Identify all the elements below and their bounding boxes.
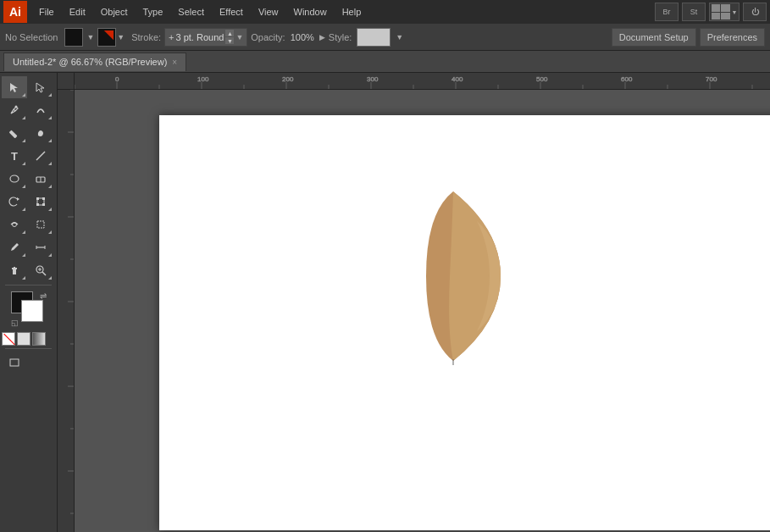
document-setup-button[interactable]: Document Setup [612,28,696,47]
none-swatch[interactable] [2,332,15,346]
ruler-left-svg [58,90,75,532]
svg-point-3 [10,175,19,182]
stroke-stepper[interactable]: ▲ ▼ [225,30,234,44]
menu-select[interactable]: Select [171,1,211,23]
tab-title: Untitled-2* @ 66.67% (RGB/Preview) [13,57,167,67]
menu-effect[interactable]: Effect [213,1,250,23]
document-tab[interactable]: Untitled-2* @ 66.67% (RGB/Preview) × [3,53,186,71]
stroke-decrement-btn[interactable]: ▼ [225,37,234,44]
left-toolbar: T [0,73,58,532]
menu-object[interactable]: Object [94,1,135,23]
screen-mode-button[interactable] [2,352,27,374]
tool-row-bottom [2,352,55,374]
hand-tool-button[interactable] [2,259,27,281]
stroke-color-box[interactable] [97,28,116,47]
svg-point-0 [15,106,18,108]
svg-rect-1 [9,130,18,138]
white-canvas [159,115,770,530]
style-dropdown-arrow[interactable]: ▼ [396,33,403,42]
toolbar-divider-2 [5,348,52,349]
gradient-swatch[interactable] [32,332,46,346]
selection-tool-button[interactable] [2,76,27,98]
svg-rect-22 [75,73,770,89]
grid-icon [712,4,730,19]
svg-text:300: 300 [367,75,379,83]
main-layout: T [0,73,770,532]
preferences-button[interactable]: Preferences [700,28,765,47]
eyedropper-tool-button[interactable] [2,236,27,258]
rotate-icon [8,196,20,208]
menu-window[interactable]: Window [287,1,334,23]
curvature-tool-button[interactable] [28,99,53,121]
fill-color-box[interactable] [64,28,83,47]
free-transform-tool-button[interactable] [28,191,53,213]
stroke-dropdown-arrow[interactable]: ▼ [117,33,125,42]
tool-row-eyedropper [2,236,55,258]
art-canvas [75,90,770,532]
svg-rect-10 [36,203,39,206]
menu-view[interactable]: View [252,1,285,23]
pencil-tool-button[interactable] [2,122,27,144]
menu-file[interactable]: File [32,1,61,23]
opacity-label: Opacity: [251,32,285,42]
stroke-pt-icon: + [169,32,174,42]
crescent-shape-svg[interactable] [401,187,502,365]
stroke-increment-btn[interactable]: ▲ [225,30,234,36]
line-tool-button[interactable] [28,145,53,167]
svg-rect-48 [58,90,75,532]
warp-icon [8,219,20,230]
swap-colors-button[interactable]: ⇌ [40,291,47,301]
menu-edit[interactable]: Edit [63,1,92,23]
canvas-area: 0 100 200 300 400 500 600 700 [58,73,770,532]
ruler-left [58,90,75,532]
background-color-swatch[interactable] [21,300,43,322]
default-colors-button[interactable]: ◱ [11,319,19,327]
ellipse-tool-button[interactable] [2,168,27,190]
color-indicator-swatch[interactable] [17,332,30,346]
ellipse-icon [8,173,20,185]
rotate-tool-button[interactable] [2,191,27,213]
free-transform-icon [35,196,47,208]
color-swatches-area: ⇌ ◱ [11,291,47,327]
tool-row-warp [2,213,55,236]
menu-help[interactable]: Help [335,1,368,23]
warp-tool-button[interactable] [2,213,27,236]
eraser-icon [35,173,47,185]
eyedropper-icon [8,241,20,253]
app-logo: Ai [3,1,27,23]
fill-dropdown-arrow[interactable]: ▼ [86,33,94,42]
blob-brush-icon [35,127,47,139]
opacity-value: 100% [291,32,314,42]
stroke-value-box: + 3 pt. Round ▲ ▼ ▼ [164,28,247,47]
eraser-tool-button[interactable] [28,168,53,190]
svg-text:0: 0 [115,75,119,83]
menu-type[interactable]: Type [136,1,170,23]
ruler-top: 0 100 200 300 400 500 600 700 [75,73,770,90]
svg-text:100: 100 [197,75,209,83]
blob-brush-tool-button[interactable] [28,122,53,144]
stock-icon[interactable]: St [682,3,706,21]
tool-row-pen [2,99,55,121]
type-tool-button[interactable]: T [2,145,27,167]
measure-tool-button[interactable] [28,236,53,258]
workspace-icon[interactable]: ▼ [709,3,740,21]
direct-selection-tool-button[interactable] [28,76,53,98]
menu-bar: Ai File Edit Object Type Select Effect V… [0,0,770,24]
artboard-icon [35,219,47,230]
opacity-arrow[interactable]: ▶ [319,33,325,42]
toolbar-divider [5,285,52,285]
pencil-icon [8,127,20,139]
power-icon[interactable]: ⏻ [743,3,767,21]
pen-tool-button[interactable] [2,99,27,121]
pen-icon [8,104,20,116]
style-box[interactable] [357,28,391,47]
svg-text:700: 700 [706,75,717,83]
stroke-type-arrow[interactable]: ▼ [235,33,243,42]
zoom-tool-button[interactable] [28,259,53,281]
tool-row-blend [2,259,55,281]
svg-text:600: 600 [621,75,633,83]
artboard-tool-button[interactable] [28,213,53,236]
stroke-indicator: ▼ [97,28,125,47]
bridge-icon[interactable]: Br [655,3,679,21]
tab-close-button[interactable]: × [172,58,177,67]
